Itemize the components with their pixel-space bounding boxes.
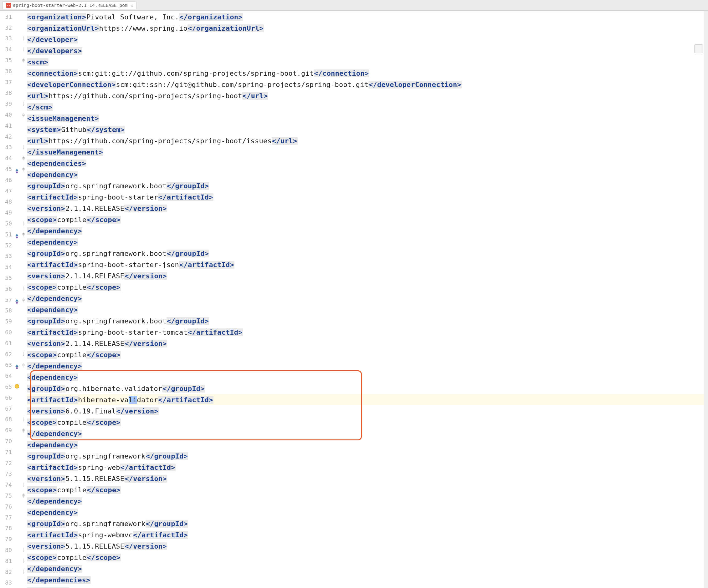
code-line[interactable]: <dependency>: [27, 169, 708, 180]
code-line[interactable]: <artifactId>hibernate-validator</artifac…: [27, 394, 708, 405]
code-line[interactable]: <groupId>org.springframework.boot</group…: [27, 248, 708, 259]
code-line[interactable]: <version>6.0.19.Final</version>: [27, 405, 708, 416]
gutter: 313233⌟34⌟35⊟36373839⌟40⊟414243⌟44⊟45⊟46…: [0, 11, 27, 588]
code-line[interactable]: <scope>compile</scope>: [27, 552, 708, 563]
code-line[interactable]: </project>: [27, 586, 708, 588]
code-line[interactable]: </dependencies>: [27, 574, 708, 586]
scrollbar[interactable]: [704, 11, 708, 588]
file-tab[interactable]: <> spring-boot-starter-web-2.1.14.RELEAS…: [2, 1, 137, 9]
code-line[interactable]: <connection>scm:git:git://github.com/spr…: [27, 67, 708, 79]
code-line[interactable]: <developerConnection>scm:git:ssh://git@g…: [27, 79, 708, 90]
code-line[interactable]: <groupId>org.springframework.boot</group…: [27, 315, 708, 327]
code-line[interactable]: <artifactId>spring-boot-starter-tomcat</…: [27, 327, 708, 338]
code-line[interactable]: <artifactId>spring-boot-starter</artifac…: [27, 191, 708, 203]
code-line[interactable]: <dependency>: [27, 237, 708, 248]
code-line[interactable]: </dependency>: [27, 293, 708, 304]
code-line[interactable]: <dependencies>: [27, 158, 708, 169]
code-line[interactable]: <version>5.1.15.RELEASE</version>: [27, 540, 708, 552]
code-line[interactable]: <groupId>org.springframework</groupId>: [27, 451, 708, 462]
tab-bar: <> spring-boot-starter-web-2.1.14.RELEAS…: [0, 0, 708, 11]
code-line[interactable]: <version>5.1.15.RELEASE</version>: [27, 473, 708, 484]
code-line[interactable]: <dependency>: [27, 304, 708, 315]
code-line[interactable]: </issueManagement>: [27, 146, 708, 158]
code-line[interactable]: <system>Github</system>: [27, 124, 708, 135]
close-icon[interactable]: ×: [131, 3, 133, 8]
code-line[interactable]: <artifactId>spring-webmvc</artifactId>: [27, 529, 708, 540]
code-line[interactable]: </scm>: [27, 101, 708, 113]
code-line[interactable]: </dependency>: [27, 495, 708, 507]
code-line[interactable]: <groupId>org.springframework</groupId>: [27, 518, 708, 529]
editor-window: <> spring-boot-starter-web-2.1.14.RELEAS…: [0, 0, 708, 588]
code-line[interactable]: <scope>compile</scope>: [27, 416, 708, 428]
code-line[interactable]: <dependency>: [27, 507, 708, 518]
code-area[interactable]: <organization>Pivotal Software, Inc.</or…: [27, 11, 708, 588]
editor-body: 313233⌟34⌟35⊟36373839⌟40⊟414243⌟44⊟45⊟46…: [0, 11, 708, 588]
code-line[interactable]: <url>https://github.com/spring-projects/…: [27, 135, 708, 146]
code-line[interactable]: <version>2.1.14.RELEASE</version>: [27, 203, 708, 214]
code-line[interactable]: <url>https://github.com/spring-projects/…: [27, 90, 708, 101]
code-line[interactable]: </developer>: [27, 34, 708, 45]
code-line[interactable]: <version>2.1.14.RELEASE</version>: [27, 338, 708, 349]
code-line[interactable]: </dependency>: [27, 428, 708, 439]
code-line[interactable]: <dependency>: [27, 372, 708, 383]
code-line[interactable]: <scope>compile</scope>: [27, 281, 708, 293]
code-line[interactable]: <groupId>org.springframework.boot</group…: [27, 180, 708, 191]
code-line[interactable]: <scope>compile</scope>: [27, 484, 708, 495]
code-line[interactable]: </developers>: [27, 45, 708, 56]
code-line[interactable]: <artifactId>spring-boot-starter-json</ar…: [27, 259, 708, 270]
file-tab-label: spring-boot-starter-web-2.1.14.RELEASE.p…: [13, 3, 128, 8]
code-line[interactable]: <issueManagement>: [27, 113, 708, 124]
code-line[interactable]: </dependency>: [27, 563, 708, 574]
pom-file-icon: <>: [6, 3, 11, 8]
code-line[interactable]: <groupId>org.hibernate.validator</groupI…: [27, 383, 708, 394]
code-line[interactable]: <organizationUrl>https://www.spring.io</…: [27, 23, 708, 34]
code-line[interactable]: </dependency>: [27, 225, 708, 237]
reader-mode-icon[interactable]: [694, 44, 703, 53]
code-line[interactable]: <scm>: [27, 56, 708, 67]
code-line[interactable]: <scope>compile</scope>: [27, 349, 708, 360]
code-line[interactable]: <dependency>: [27, 439, 708, 451]
code-line[interactable]: <artifactId>spring-web</artifactId>: [27, 462, 708, 473]
code-line[interactable]: </dependency>: [27, 360, 708, 372]
code-line[interactable]: <scope>compile</scope>: [27, 214, 708, 225]
code-line[interactable]: <version>2.1.14.RELEASE</version>: [27, 270, 708, 281]
code-line[interactable]: <organization>Pivotal Software, Inc.</or…: [27, 11, 708, 23]
